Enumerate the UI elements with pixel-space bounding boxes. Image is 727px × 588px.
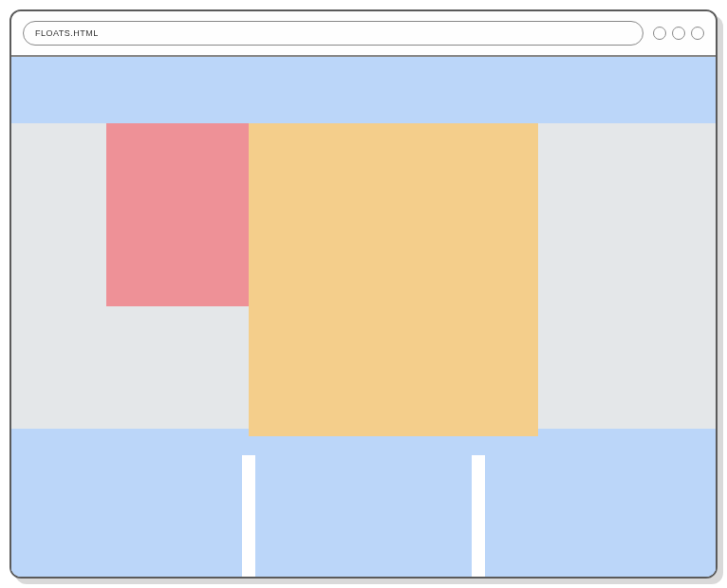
maximize-icon[interactable]	[672, 27, 685, 40]
float-block-orange	[249, 123, 538, 436]
content-container	[106, 123, 621, 429]
browser-window: FLOATS.HTML	[9, 9, 718, 579]
close-icon[interactable]	[691, 27, 704, 40]
footer-columns	[27, 455, 700, 577]
footer-column	[27, 455, 242, 577]
float-block-red	[106, 123, 249, 306]
page-viewport	[11, 57, 716, 577]
footer-column	[255, 455, 471, 577]
page-main	[11, 123, 716, 429]
gap	[242, 455, 255, 577]
window-controls	[653, 27, 704, 40]
gap	[472, 455, 485, 577]
minimize-icon[interactable]	[653, 27, 666, 40]
page-header	[11, 57, 716, 123]
url-text: FLOATS.HTML	[35, 28, 99, 38]
browser-chrome: FLOATS.HTML	[11, 11, 716, 57]
footer-column	[485, 455, 700, 577]
url-bar[interactable]: FLOATS.HTML	[23, 21, 643, 46]
